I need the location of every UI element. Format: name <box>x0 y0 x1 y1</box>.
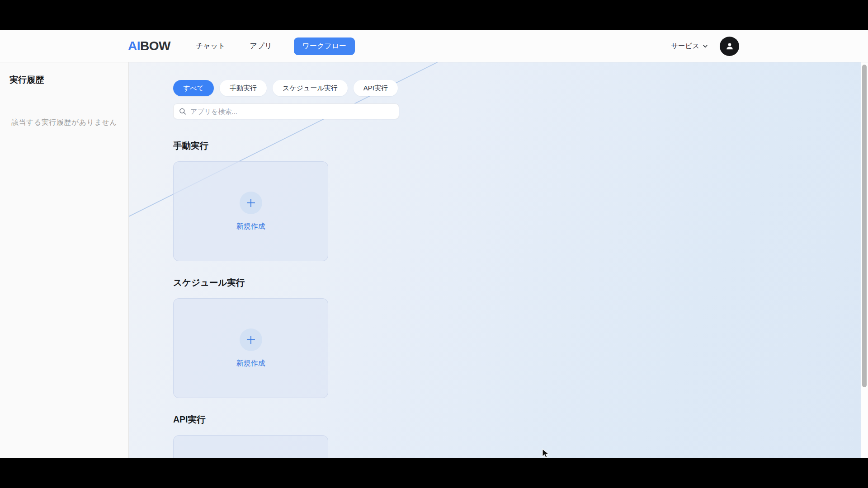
plus-icon <box>245 334 256 345</box>
main-nav: チャット アプリ ワークフロー <box>193 38 355 55</box>
service-dropdown[interactable]: サービス <box>671 42 708 51</box>
filter-pills: すべて 手動実行 スケジュール実行 API実行 <box>173 80 408 96</box>
section-title-manual: 手動実行 <box>173 140 408 152</box>
chevron-down-icon <box>703 43 708 49</box>
search-input[interactable] <box>190 108 393 115</box>
logo-ai: AI <box>128 39 140 53</box>
section-title-api: API実行 <box>173 413 408 426</box>
user-avatar[interactable] <box>720 37 739 56</box>
create-card-manual[interactable]: 新規作成 <box>173 161 328 261</box>
filter-api[interactable]: API実行 <box>354 80 398 96</box>
scrollbar-thumb[interactable] <box>862 65 867 387</box>
filter-schedule[interactable]: スケジュール実行 <box>273 80 348 96</box>
empty-history-message: 該当する実行履歴がありません <box>10 117 118 128</box>
screen: AIBOW チャット アプリ ワークフロー サービス 実行履歴 該当する実行履歴… <box>0 0 868 488</box>
search-icon <box>179 108 186 115</box>
create-card-api[interactable]: 新規作成 <box>173 435 328 458</box>
nav-item-chat[interactable]: チャット <box>193 38 228 55</box>
filter-all[interactable]: すべて <box>173 80 214 96</box>
app-logo[interactable]: AIBOW <box>128 39 170 53</box>
app-search-box <box>173 103 399 119</box>
create-new-label[interactable]: 新規作成 <box>236 222 265 231</box>
history-sidebar: 実行履歴 該当する実行履歴がありません <box>0 62 129 458</box>
create-new-label[interactable]: 新規作成 <box>236 359 265 368</box>
nav-item-apps[interactable]: アプリ <box>247 38 274 55</box>
logo-rest: BOW <box>140 39 170 53</box>
plus-icon <box>245 197 256 208</box>
top-navbar: AIBOW チャット アプリ ワークフロー サービス <box>0 30 868 62</box>
user-icon <box>725 41 735 51</box>
filter-manual[interactable]: 手動実行 <box>220 80 267 96</box>
create-card-schedule[interactable]: 新規作成 <box>173 298 328 398</box>
vertical-scrollbar[interactable] <box>861 62 868 458</box>
section-title-schedule: スケジュール実行 <box>173 277 408 289</box>
plus-circle <box>240 328 262 351</box>
nav-item-workflow[interactable]: ワークフロー <box>294 38 355 55</box>
service-label: サービス <box>671 42 699 51</box>
plus-circle <box>240 192 262 214</box>
sidebar-title: 実行履歴 <box>9 74 128 86</box>
workflow-main-panel: すべて 手動実行 スケジュール実行 API実行 手動実行 新規作成 スケジュール… <box>129 62 861 458</box>
